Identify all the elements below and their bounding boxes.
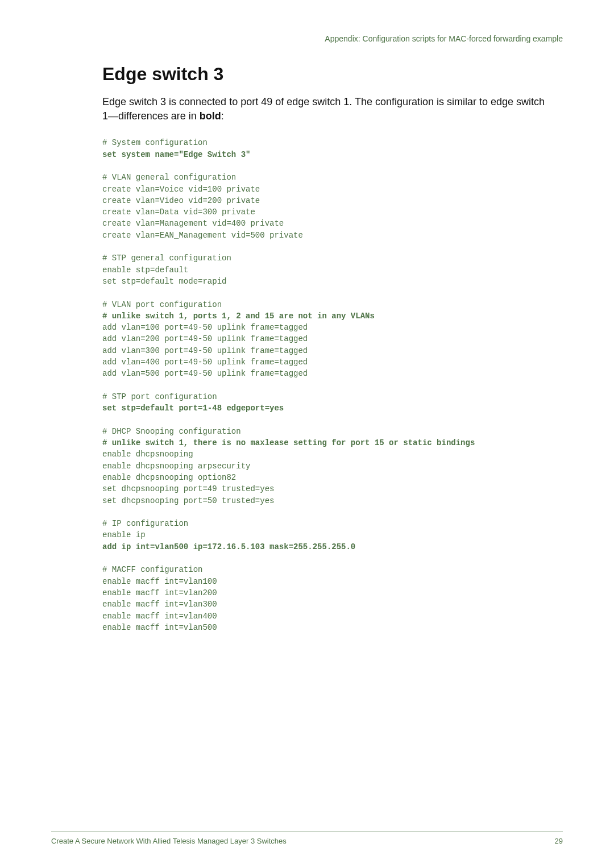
config-line: set stp=default mode=rapid [102,277,226,286]
config-line: add vlan=200 port=49-50 uplink frame=tag… [102,334,308,343]
config-line: enable ip [102,530,146,539]
config-line: # VLAN general configuration [102,173,236,182]
config-line: # MACFF configuration [102,565,202,574]
config-script: # System configuration set system name="… [102,137,563,633]
config-line: create vlan=Voice vid=100 private [102,185,260,194]
config-line: # VLAN port configuration [102,300,222,309]
intro-text-pre: Edge switch 3 is connected to port 49 of… [102,96,545,122]
config-line: set dhcpsnooping port=50 trusted=yes [102,496,274,505]
page-footer: Create A Secure Network With Allied Tele… [51,832,563,845]
config-line: enable macff int=vlan300 [102,600,217,609]
config-line: enable dhcpsnooping option82 [102,473,236,482]
config-line: add vlan=100 port=49-50 uplink frame=tag… [102,323,308,332]
config-line: create vlan=Management vid=400 private [102,219,284,228]
config-line: create vlan=EAN_Management vid=500 priva… [102,231,303,240]
config-line: # unlike switch 1, ports 1, 2 and 15 are… [102,312,375,321]
config-line: enable stp=default [102,265,188,275]
config-line: set system name="Edge Switch 3" [102,150,250,159]
config-line: enable macff int=vlan400 [102,612,217,621]
running-header: Appendix: Configuration scripts for MAC-… [102,34,563,43]
section-title: Edge switch 3 [102,64,563,85]
config-line: add ip int=vlan500 ip=172.16.5.103 mask=… [102,542,355,551]
config-line: add vlan=400 port=49-50 uplink frame=tag… [102,358,308,367]
footer-page-number: 29 [555,837,563,845]
config-line: enable dhcpsnooping [102,450,193,459]
config-line: add vlan=500 port=49-50 uplink frame=tag… [102,369,308,378]
intro-text-post: : [221,110,224,122]
config-line: enable macff int=vlan100 [102,577,217,586]
config-line: set dhcpsnooping port=49 trusted=yes [102,484,274,493]
config-line: # unlike switch 1, there is no maxlease … [102,438,475,447]
page: Appendix: Configuration scripts for MAC-… [0,0,614,868]
config-line: # IP configuration [102,519,188,528]
config-line: # System configuration [102,138,208,147]
config-line: enable macff int=vlan200 [102,588,217,597]
config-line: create vlan=Video vid=200 private [102,196,260,205]
config-line: enable dhcpsnooping arpsecurity [102,462,250,471]
config-line: # STP port configuration [102,392,217,401]
config-line: set stp=default port=1-48 edgeport=yes [102,404,284,413]
config-line: # STP general configuration [102,254,231,263]
config-line: add vlan=300 port=49-50 uplink frame=tag… [102,346,308,355]
intro-text-bold: bold [200,110,221,122]
footer-left: Create A Secure Network With Allied Tele… [51,837,287,845]
config-line: # DHCP Snooping configuration [102,427,241,436]
config-line: enable macff int=vlan500 [102,623,217,632]
config-line: create vlan=Data vid=300 private [102,207,255,217]
intro-paragraph: Edge switch 3 is connected to port 49 of… [102,95,546,123]
